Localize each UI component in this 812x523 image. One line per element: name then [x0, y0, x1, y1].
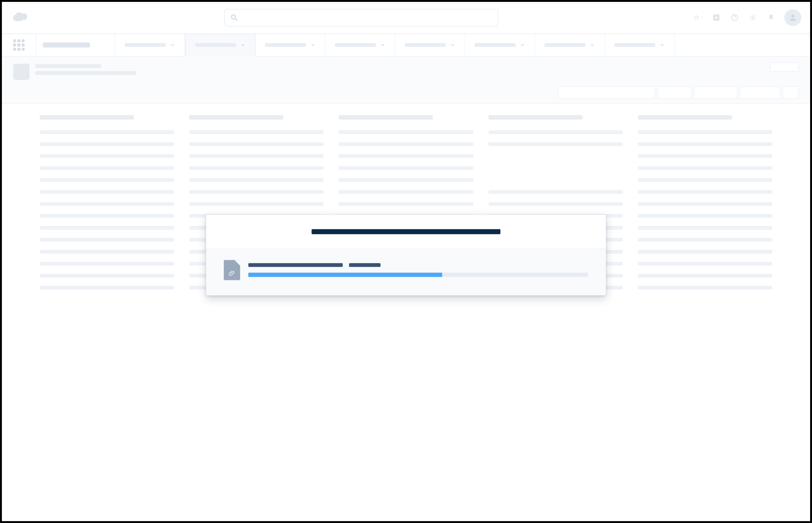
upload-file-name [248, 263, 343, 267]
notifications-button[interactable] [766, 13, 776, 23]
record-page-header [2, 57, 810, 104]
svg-point-4 [734, 19, 735, 20]
profile-avatar[interactable] [784, 9, 801, 26]
attachment-file-icon [224, 260, 240, 280]
record-title [35, 71, 136, 75]
detail-column [638, 115, 772, 298]
page-action-0[interactable] [558, 86, 655, 99]
upload-file-detail [349, 263, 380, 267]
detail-cell [638, 130, 772, 134]
header-action-button[interactable] [770, 62, 799, 72]
app-launcher-button[interactable] [2, 34, 37, 56]
detail-cell [488, 130, 623, 134]
chevron-down-icon [170, 42, 175, 48]
global-header [2, 2, 810, 34]
add-button[interactable] [711, 13, 721, 23]
page-action-2[interactable] [694, 86, 738, 99]
detail-cell [339, 154, 473, 158]
global-search[interactable] [224, 9, 498, 26]
object-label [35, 64, 101, 68]
column-header [40, 115, 134, 120]
app-name [37, 34, 115, 56]
nav-tab-5[interactable] [465, 34, 535, 56]
detail-cell [339, 202, 473, 206]
nav-tab-7[interactable] [605, 34, 675, 56]
detail-cell [40, 250, 174, 254]
detail-cell [638, 238, 772, 242]
nav-tab-0[interactable] [115, 34, 185, 56]
detail-cell [339, 142, 473, 146]
question-icon [730, 14, 739, 22]
detail-cell [40, 166, 174, 170]
modal-header [206, 215, 606, 249]
chevron-down-icon [660, 42, 665, 48]
detail-cell [40, 238, 174, 242]
detail-cell [638, 214, 772, 218]
chevron-down-icon [520, 42, 525, 48]
upload-item [224, 260, 588, 280]
nav-tab-2[interactable] [256, 34, 325, 56]
nav-tab-4[interactable] [395, 34, 465, 56]
gear-icon [749, 14, 757, 22]
page-action-3[interactable] [740, 86, 780, 99]
object-type-icon [13, 64, 30, 80]
app-nav-bar [2, 34, 810, 57]
detail-cell [638, 202, 772, 206]
detail-cell [40, 130, 174, 134]
plus-square-icon [712, 14, 720, 22]
detail-cell [488, 142, 623, 146]
setup-button[interactable] [748, 13, 758, 23]
waffle-icon [13, 39, 24, 51]
page-action-1[interactable] [657, 86, 692, 99]
favorites-button[interactable] [693, 13, 703, 23]
page-action-buttons [558, 86, 799, 99]
upload-file-meta [248, 263, 588, 267]
chevron-down-icon [240, 42, 246, 48]
svg-point-6 [791, 15, 794, 18]
detail-cell [40, 178, 174, 182]
detail-cell [189, 142, 324, 146]
detail-cell [40, 286, 174, 289]
upload-progress-bar [248, 272, 588, 277]
detail-cell [339, 178, 473, 182]
detail-cell [40, 226, 174, 230]
detail-cell [189, 178, 324, 182]
chevron-down-icon [310, 42, 315, 48]
detail-cell [339, 166, 473, 170]
help-button[interactable] [729, 13, 740, 23]
detail-cell [488, 190, 623, 194]
detail-cell [40, 154, 174, 158]
salesforce-cloud-logo-icon [11, 11, 30, 24]
modal-body [206, 249, 606, 295]
detail-cell [339, 190, 473, 194]
paperclip-icon [229, 270, 235, 277]
page-action-overflow[interactable] [782, 86, 799, 99]
search-icon [230, 14, 238, 22]
detail-cell [339, 130, 473, 134]
detail-cell [638, 286, 772, 289]
detail-cell [40, 262, 174, 266]
chevron-down-icon [450, 42, 455, 48]
detail-cell [40, 214, 174, 218]
nav-tab-3[interactable] [325, 34, 395, 56]
detail-cell [638, 262, 772, 266]
detail-cell [638, 178, 772, 182]
column-header [339, 115, 433, 120]
modal-title [311, 229, 501, 234]
detail-cell [638, 142, 772, 146]
detail-cell [189, 130, 324, 134]
detail-cell [40, 190, 174, 194]
svg-point-5 [752, 17, 754, 19]
nav-tab-1[interactable] [185, 34, 256, 57]
column-header [638, 115, 732, 120]
detail-column [40, 115, 174, 298]
upload-progress-fill [248, 272, 442, 277]
detail-cell [40, 202, 174, 206]
detail-cell [638, 226, 772, 230]
detail-cell [638, 190, 772, 194]
nav-tab-6[interactable] [535, 34, 605, 56]
person-icon [788, 13, 797, 22]
column-header [488, 115, 582, 120]
upload-files-modal [206, 214, 606, 295]
detail-cell [638, 154, 772, 158]
